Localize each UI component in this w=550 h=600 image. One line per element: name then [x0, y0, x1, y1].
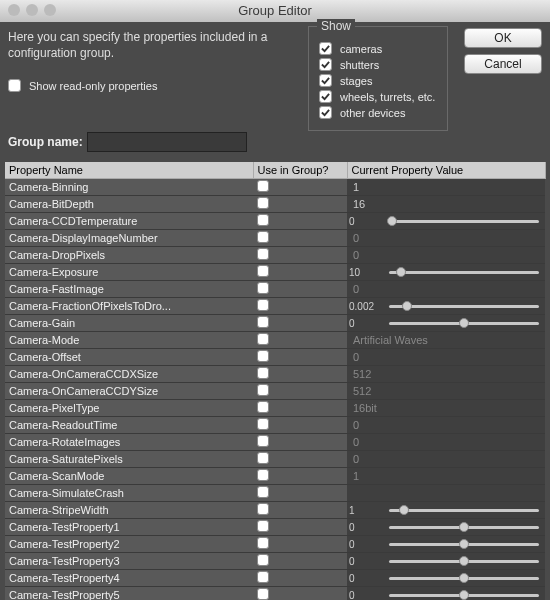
table-row: Camera-StripeWidth1 — [5, 502, 545, 519]
show-option-checkbox[interactable] — [319, 58, 332, 71]
use-checkbox[interactable] — [257, 418, 269, 430]
value-slider[interactable] — [389, 557, 539, 565]
value-cell[interactable]: 0 — [347, 536, 545, 553]
use-in-group-cell — [253, 247, 347, 264]
use-checkbox[interactable] — [257, 503, 269, 515]
use-checkbox[interactable] — [257, 469, 269, 481]
value-cell[interactable]: 0 — [347, 434, 545, 451]
use-checkbox[interactable] — [257, 197, 269, 209]
col-current-value[interactable]: Current Property Value — [347, 162, 545, 179]
use-checkbox[interactable] — [257, 265, 269, 277]
use-checkbox[interactable] — [257, 537, 269, 549]
use-checkbox[interactable] — [257, 316, 269, 328]
use-checkbox[interactable] — [257, 282, 269, 294]
value-cell[interactable]: 1 — [347, 179, 545, 196]
show-option-checkbox[interactable] — [319, 74, 332, 87]
traffic-close-icon[interactable] — [8, 4, 20, 16]
use-in-group-cell — [253, 400, 347, 417]
property-name-cell: Camera-FractionOfPixelsToDro... — [5, 298, 253, 315]
use-checkbox[interactable] — [257, 401, 269, 413]
show-legend: Show — [317, 19, 355, 33]
use-checkbox[interactable] — [257, 231, 269, 243]
use-checkbox[interactable] — [257, 180, 269, 192]
value-cell[interactable] — [347, 485, 545, 502]
groupname-input[interactable] — [87, 132, 247, 152]
table-row: Camera-Offset0 — [5, 349, 545, 366]
show-option-label: other devices — [340, 107, 405, 119]
value-cell[interactable]: 1 — [347, 468, 545, 485]
table-row: Camera-CCDTemperature0 — [5, 213, 545, 230]
intro-text: Here you can specify the properties incl… — [8, 30, 278, 61]
value-cell[interactable]: 0 — [347, 213, 545, 230]
value-cell[interactable]: 16bit — [347, 400, 545, 417]
value-slider[interactable] — [389, 506, 539, 514]
properties-table: Property Name Use in Group? Current Prop… — [5, 162, 546, 600]
value-slider[interactable] — [389, 574, 539, 582]
value-cell[interactable]: Artificial Waves — [347, 332, 545, 349]
use-checkbox[interactable] — [257, 248, 269, 260]
window-titlebar[interactable]: Group Editor — [0, 0, 550, 22]
value-cell[interactable]: 0 — [347, 349, 545, 366]
value-slider[interactable] — [389, 217, 539, 225]
readonly-checkbox[interactable] — [8, 79, 21, 92]
use-checkbox[interactable] — [257, 214, 269, 226]
table-row: Camera-TestProperty20 — [5, 536, 545, 553]
value-cell[interactable]: 10 — [347, 264, 545, 281]
show-option-checkbox[interactable] — [319, 90, 332, 103]
col-property-name[interactable]: Property Name — [5, 162, 253, 179]
use-checkbox[interactable] — [257, 486, 269, 498]
value-cell[interactable]: 0 — [347, 570, 545, 587]
value-cell[interactable]: 0 — [347, 417, 545, 434]
value-cell[interactable]: 0 — [347, 451, 545, 468]
use-checkbox[interactable] — [257, 520, 269, 532]
use-checkbox[interactable] — [257, 588, 269, 600]
value-cell[interactable]: 16 — [347, 196, 545, 213]
value-cell[interactable]: 0.002 — [347, 298, 545, 315]
value-cell[interactable]: 512 — [347, 383, 545, 400]
value-cell[interactable]: 0 — [347, 281, 545, 298]
use-checkbox[interactable] — [257, 554, 269, 566]
value-cell[interactable]: 0 — [347, 230, 545, 247]
use-checkbox[interactable] — [257, 367, 269, 379]
show-option: other devices — [319, 106, 437, 119]
value-slider[interactable] — [389, 302, 539, 310]
value-text: 0 — [347, 522, 389, 533]
traffic-zoom-icon[interactable] — [44, 4, 56, 16]
use-checkbox[interactable] — [257, 299, 269, 311]
table-row: Camera-ScanMode1 — [5, 468, 545, 485]
value-cell[interactable]: 0 — [347, 315, 545, 332]
use-in-group-cell — [253, 366, 347, 383]
value-slider[interactable] — [389, 523, 539, 531]
property-name-cell: Camera-TestProperty1 — [5, 519, 253, 536]
value-cell[interactable]: 512 — [347, 366, 545, 383]
use-checkbox[interactable] — [257, 350, 269, 362]
col-use-in-group[interactable]: Use in Group? — [253, 162, 347, 179]
property-name-cell: Camera-PixelType — [5, 400, 253, 417]
use-checkbox[interactable] — [257, 452, 269, 464]
use-checkbox[interactable] — [257, 384, 269, 396]
properties-table-scroll[interactable]: Property Name Use in Group? Current Prop… — [5, 162, 550, 600]
groupname-label: Group name: — [8, 135, 83, 149]
use-checkbox[interactable] — [257, 333, 269, 345]
show-option-checkbox[interactable] — [319, 42, 332, 55]
value-slider[interactable] — [389, 540, 539, 548]
window-traffic-lights[interactable] — [8, 4, 56, 16]
use-in-group-cell — [253, 536, 347, 553]
value-slider[interactable] — [389, 319, 539, 327]
use-checkbox[interactable] — [257, 571, 269, 583]
show-option-checkbox[interactable] — [319, 106, 332, 119]
property-name-cell: Camera-RotateImages — [5, 434, 253, 451]
value-cell[interactable]: 0 — [347, 553, 545, 570]
cancel-button[interactable]: Cancel — [464, 54, 542, 74]
value-cell[interactable]: 0 — [347, 519, 545, 536]
window-title: Group Editor — [238, 3, 312, 18]
property-name-cell: Camera-TestProperty2 — [5, 536, 253, 553]
use-checkbox[interactable] — [257, 435, 269, 447]
ok-button[interactable]: OK — [464, 28, 542, 48]
traffic-min-icon[interactable] — [26, 4, 38, 16]
value-slider[interactable] — [389, 591, 539, 599]
value-cell[interactable]: 1 — [347, 502, 545, 519]
value-cell[interactable]: 0 — [347, 247, 545, 264]
value-slider[interactable] — [389, 268, 539, 276]
value-cell[interactable]: 0 — [347, 587, 545, 601]
